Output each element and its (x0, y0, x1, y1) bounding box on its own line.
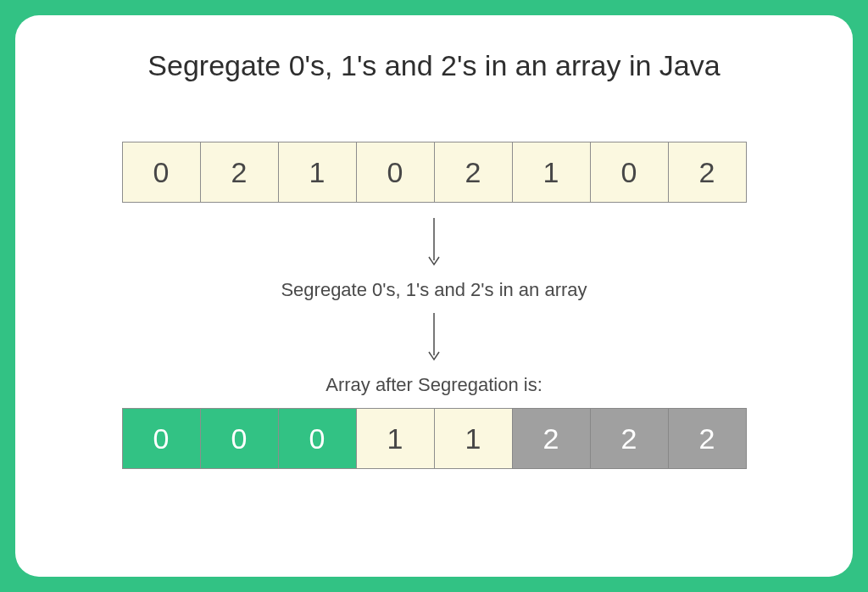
arrow-down-icon (426, 218, 442, 269)
array-cell: 1 (356, 408, 435, 469)
arrow-down-1 (426, 218, 442, 269)
array-cell: 1 (278, 142, 357, 203)
page-title: Segregate 0's, 1's and 2's in an array i… (147, 49, 720, 82)
array-cell: 0 (278, 408, 357, 469)
array-cell: 0 (590, 142, 669, 203)
array-cell: 2 (668, 142, 747, 203)
outer-frame: Segregate 0's, 1's and 2's in an array i… (0, 0, 868, 592)
array-cell: 0 (200, 408, 279, 469)
diagram-panel: Segregate 0's, 1's and 2's in an array i… (15, 15, 853, 577)
array-cell: 2 (200, 142, 279, 203)
array-cell: 0 (122, 142, 201, 203)
arrow-down-icon (426, 313, 442, 364)
output-array: 00011222 (122, 408, 747, 469)
array-cell: 0 (356, 142, 435, 203)
array-cell: 1 (512, 142, 591, 203)
array-cell: 2 (434, 142, 513, 203)
arrow-down-2 (426, 313, 442, 364)
array-cell: 1 (434, 408, 513, 469)
array-cell: 2 (590, 408, 669, 469)
input-array: 02102102 (122, 142, 747, 203)
result-label: Array after Segregation is: (326, 374, 542, 396)
array-cell: 0 (122, 408, 201, 469)
array-cell: 2 (668, 408, 747, 469)
array-cell: 2 (512, 408, 591, 469)
step-label: Segregate 0's, 1's and 2's in an array (281, 279, 587, 301)
